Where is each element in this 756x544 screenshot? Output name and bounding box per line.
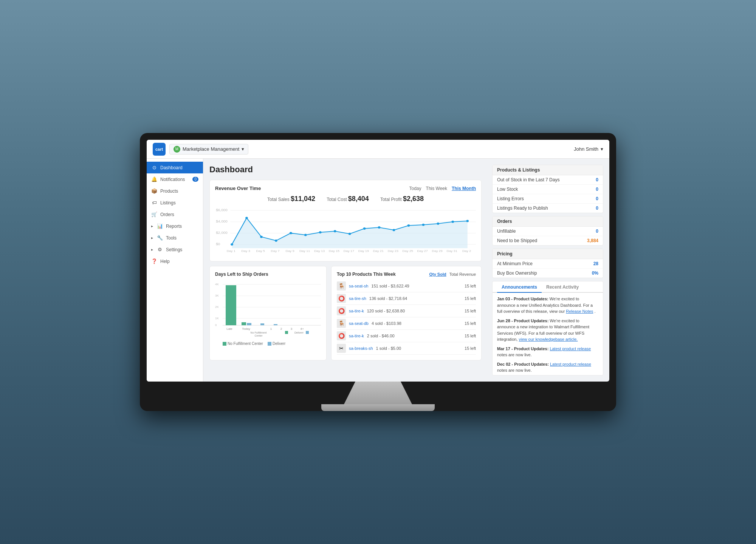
sidebar-item-reports[interactable]: ▸ 📊 Reports (147, 220, 203, 232)
products-title: Top 10 Products This Week (337, 272, 396, 277)
notifications-badge: 0 (192, 177, 198, 182)
svg-text:Day 27: Day 27 (417, 249, 428, 252)
sidebar-item-settings[interactable]: ▸ ⚙ Settings (147, 244, 203, 255)
ann-link-0[interactable]: Release Notes (566, 309, 593, 314)
unfillable-value: 0 (596, 229, 598, 234)
svg-text:3: 3 (291, 327, 293, 331)
revenue-header: Revenue Over Time Today This Week This M… (215, 185, 476, 191)
chart-point (334, 230, 336, 232)
need-shipped-value: 3,884 (587, 238, 598, 243)
product-name-5[interactable]: sa-breaks-sh (349, 346, 373, 351)
svg-text:4K: 4K (215, 283, 219, 286)
product-thumb-3: 🪑 (337, 319, 346, 328)
products-cols: Qty Sold Total Revenue (429, 272, 476, 277)
revenue-title: Revenue Over Time (215, 185, 261, 191)
chart-point (393, 229, 395, 231)
filter-thismonth[interactable]: This Month (452, 186, 476, 191)
marketplace-dropdown[interactable]: M Marketplace Management ▾ (169, 144, 248, 155)
ann-link-1[interactable]: view our knowledgebase article. (519, 337, 578, 342)
user-menu[interactable]: John Smith ▾ (574, 146, 603, 152)
days-ship-svg: 4K 3K 2K 1K 0 (215, 281, 321, 339)
orders-section: Orders Unfillable 0 Need to be Shipped 3… (492, 216, 603, 246)
svg-text:Day 5: Day 5 (256, 249, 265, 252)
filter-thisweek[interactable]: This Week (426, 186, 447, 191)
product-thumb-0: 🪑 (337, 281, 346, 291)
products-header: Top 10 Products This Week Qty Sold Total… (337, 272, 476, 277)
ann-link-3[interactable]: Latest product release (550, 362, 591, 366)
pricing-section: Pricing At Minimum Price 28 Buy Box Owne… (492, 249, 603, 278)
svg-text:3K: 3K (215, 294, 219, 297)
filter-today[interactable]: Today (409, 186, 421, 191)
total-profit-value: $2,638 (403, 195, 424, 202)
product-info-0: 151 sold - $3,622.49 (371, 284, 462, 288)
days-ship-card: Days Left to Ship Orders 4K 3K 2K 1K 0 (209, 266, 327, 360)
notifications-icon: 🔔 (151, 176, 157, 182)
listings-ready-value: 0 (596, 206, 598, 211)
sidebar-item-notifications[interactable]: 🔔 Notifications 0 (147, 173, 203, 185)
product-info-4: 2 sold - $46.00 (367, 334, 462, 338)
svg-text:Day 15: Day 15 (329, 249, 339, 252)
svg-text:Day 25: Day 25 (403, 249, 413, 252)
list-item: At Minimum Price 28 (493, 259, 603, 269)
table-row: ⭕ sa-tire-k 2 sold - $46.00 15 left (337, 330, 476, 342)
svg-text:Day 17: Day 17 (344, 249, 354, 252)
product-name-4[interactable]: sa-tire-k (349, 334, 364, 338)
svg-text:4+: 4+ (300, 327, 304, 331)
product-thumb-2: ⭕ (337, 306, 346, 315)
product-name-0[interactable]: sa-seat-sh (349, 284, 368, 288)
product-name-3[interactable]: sa-seat-db (349, 321, 369, 326)
svg-text:Day 9: Day 9 (285, 249, 294, 252)
dropdown-arrow-icon: ▾ (242, 146, 244, 152)
sidebar-item-tools[interactable]: ▸ 🔧 Tools (147, 232, 203, 244)
svg-text:Center: Center (254, 334, 263, 337)
sidebar: ⊙ Dashboard 🔔 Notifications 0 📦 Products… (147, 159, 203, 382)
col-qty-header[interactable]: Qty Sold (429, 272, 446, 277)
ann-after-2: notes are now live. (497, 352, 532, 357)
svg-text:$4,000: $4,000 (216, 219, 228, 223)
svg-text:No Fulfillment: No Fulfillment (251, 331, 267, 334)
chart-point (451, 221, 454, 223)
svg-text:Today: Today (242, 327, 250, 331)
buy-box-value: 0% (592, 270, 598, 276)
sidebar-item-orders[interactable]: 🛒 Orders (147, 209, 203, 220)
svg-text:Deliverr: Deliverr (294, 331, 304, 334)
sidebar-item-listings[interactable]: 🏷 Listings (147, 197, 203, 209)
announcement-1: Jun 28 - Product Updates: We're excited … (497, 318, 598, 343)
product-left-3: 15 left (465, 321, 476, 326)
pricing-header: Pricing (493, 249, 603, 259)
ann-link-2[interactable]: Latest product release (550, 346, 591, 351)
svg-text:Day 7: Day 7 (271, 249, 280, 252)
sidebar-item-dashboard[interactable]: ⊙ Dashboard (147, 162, 203, 173)
chart-point (275, 240, 277, 242)
products-listings-header: Products & Listings (493, 165, 603, 175)
col-rev-header: Total Revenue (449, 272, 476, 277)
content-main: Dashboard Revenue Over Time Today This W… (203, 159, 488, 382)
svg-text:1: 1 (270, 327, 272, 331)
sidebar-item-help[interactable]: ❓ Help (147, 255, 203, 267)
sidebar-label-orders: Orders (160, 212, 174, 217)
revenue-chart: $6,000 $4,000 $2,000 $0 (215, 207, 476, 256)
revenue-chart-svg: $6,000 $4,000 $2,000 $0 (215, 207, 476, 256)
sidebar-item-products[interactable]: 📦 Products (147, 185, 203, 197)
product-left-2: 15 left (465, 309, 476, 313)
product-left-1: 15 left (465, 296, 476, 301)
chart-point (245, 217, 248, 219)
legend-nfc: No Fulfillment Center (223, 342, 263, 346)
ann-after-0: . (594, 309, 595, 314)
product-name-2[interactable]: sa-tire-k (349, 309, 364, 313)
announcements-content: Jan 03 - Product Updates: We're excited … (493, 293, 603, 375)
product-thumb-5: ✂ (337, 344, 346, 353)
product-info-2: 120 sold - $2,638.80 (367, 309, 462, 313)
tab-recent-activity[interactable]: Recent Activity (542, 281, 583, 293)
announcement-0: Jan 03 - Product Updates: We're excited … (497, 296, 598, 315)
settings-icon: ⚙ (157, 247, 163, 252)
tab-announcements[interactable]: Announcements (497, 281, 542, 293)
product-name-1[interactable]: sa-tire-sh (349, 296, 366, 301)
top-products-card: Top 10 Products This Week Qty Sold Total… (331, 266, 482, 360)
svg-text:0: 0 (215, 323, 217, 327)
list-item: Need to be Shipped 3,884 (493, 236, 603, 245)
product-thumb-1: ⭕ (337, 294, 346, 303)
list-item: Unfillable 0 (493, 227, 603, 236)
bar-2 (274, 324, 277, 325)
table-row: ✂ sa-breaks-sh 1 sold - $5.00 15 left (337, 342, 476, 355)
